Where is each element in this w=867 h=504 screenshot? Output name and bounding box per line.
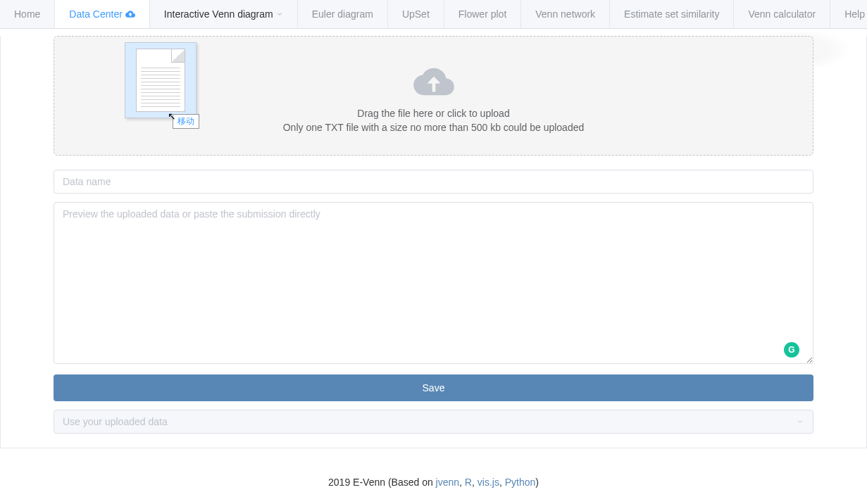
cloud-upload-icon [125,9,135,19]
nav-tab-venn-network[interactable]: Venn network [520,0,609,28]
nav-label: Help [844,0,865,28]
cloud-upload-large-icon [413,65,455,99]
nav-label: Venn calculator [748,0,816,28]
data-preview-textarea[interactable] [54,202,813,364]
footer-prefix: 2019 E-Venn (Based on [328,477,436,488]
nav-tab-help[interactable]: Help [830,0,867,28]
nav-tab-euler[interactable]: Euler diagram [297,0,387,28]
drag-tooltip: ↖ 移动 [173,114,199,129]
file-icon [136,49,185,112]
footer-link-visjs[interactable]: vis.js [478,477,499,488]
footer-link-python[interactable]: Python [505,477,536,488]
main-content: ↖ 移动 Drag the file here or click to uplo… [0,36,867,448]
nav-label: Estimate set similarity [624,0,719,28]
nav-tab-calculator[interactable]: Venn calculator [733,0,830,28]
textarea-wrapper: G [54,202,813,374]
nav-tab-upset[interactable]: UpSet [387,0,444,28]
nav-tab-estimate[interactable]: Estimate set similarity [609,0,733,28]
uploaded-file-thumbnail[interactable] [125,42,197,118]
footer-sep: , [499,477,505,488]
nav-label: Flower plot [459,0,506,28]
nav-tabs: Home Data Center Interactive Venn diagra… [0,0,867,29]
grammarly-icon[interactable]: G [784,342,799,358]
footer-link-jvenn[interactable]: jvenn [436,477,459,488]
nav-label: Euler diagram [312,0,373,28]
nav-label: Data Center [69,0,122,28]
footer: 2019 E-Venn (Based on jvenn, R, vis.js, … [0,448,867,502]
footer-link-r[interactable]: R [465,477,472,488]
chevron-down-icon [796,417,804,426]
file-lines [141,65,180,107]
nav-tab-home[interactable]: Home [0,0,54,28]
uploaded-data-select[interactable]: Use your uploaded data [54,410,813,434]
nav-tab-flower[interactable]: Flower plot [444,0,520,28]
form-area: G Save Use your uploaded data [54,170,813,434]
data-name-input[interactable] [54,170,813,194]
upload-dropzone[interactable]: ↖ 移动 Drag the file here or click to uplo… [54,36,813,156]
select-placeholder: Use your uploaded data [63,416,168,427]
footer-sep: , [459,477,465,488]
footer-suffix: ) [535,477,539,488]
footer-sep: , [472,477,478,488]
nav-label: Interactive Venn diagram [164,0,273,28]
nav-label: Home [14,0,40,28]
tooltip-text: 移动 [177,115,194,127]
nav-tab-interactive-venn[interactable]: Interactive Venn diagram [149,0,297,28]
save-button[interactable]: Save [54,374,813,401]
chevron-down-icon [276,11,283,18]
nav-label: Venn network [535,0,595,28]
cursor-icon: ↖ [168,111,176,122]
nav-tab-data-center[interactable]: Data Center [54,0,149,28]
nav-label: UpSet [402,0,430,28]
